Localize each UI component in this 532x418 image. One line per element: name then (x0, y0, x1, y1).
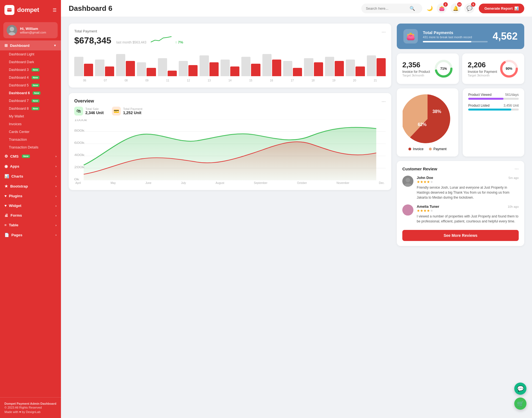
chevron-right-icon: › (55, 184, 57, 188)
total-sale-value: 2,346 Unit (85, 111, 104, 115)
overview-more-button[interactable]: ··· (382, 99, 386, 104)
bar-group (346, 60, 365, 76)
svg-point-22 (404, 183, 411, 187)
bar-group (221, 60, 239, 76)
bar-gray (74, 57, 83, 76)
bar-red (251, 64, 260, 76)
cart-icon: 🛒 (517, 400, 524, 407)
bar-gray (221, 60, 230, 76)
invoice-row: 2,356 Invoice for Product Target 3k/mont… (397, 53, 524, 84)
sidebar-item-dashboard-light[interactable]: Dashboard Light (0, 50, 61, 58)
hamburger-menu[interactable]: ☰ (53, 7, 57, 13)
svg-text:600k: 600k (74, 141, 85, 144)
product-viewed-bar-bg (468, 98, 519, 100)
chart-x-labels: April May June July August September Oct… (74, 181, 386, 184)
svg-text:62%: 62% (418, 122, 427, 127)
logo-text: dompet (17, 6, 39, 14)
search-input[interactable] (366, 6, 407, 11)
reviewer-avatar-2 (402, 204, 413, 216)
footer-copy: © 2023 All Rights Reserved (4, 406, 57, 409)
bar-red (314, 62, 323, 76)
bar-red (293, 68, 302, 76)
sidebar-item-invoices[interactable]: Invoices (0, 120, 61, 128)
svg-text:1000k: 1000k (74, 119, 87, 122)
bar-red (377, 58, 386, 76)
nav-plugins[interactable]: ♥ Plugins › (0, 191, 61, 201)
invoice-product-card: 2,356 Invoice for Product Target 3k/mont… (397, 53, 459, 84)
nav-table[interactable]: ≡ Table › (0, 220, 61, 230)
see-more-reviews-button[interactable]: See More Reviews (402, 230, 519, 241)
pie-legend-payment: Payment (429, 147, 446, 151)
overview-legend: 🛍 Total Sale 2,346 Unit 💳 Total Payment … (74, 107, 386, 116)
generate-report-button[interactable]: Generate Report 📊 (479, 4, 524, 13)
svg-text:0k: 0k (74, 178, 80, 180)
bar-red (272, 60, 281, 76)
sidebar-item-transaction-details[interactable]: Transaction Details (0, 143, 61, 151)
review-more-button[interactable]: ··· (515, 166, 519, 172)
bar-group (95, 60, 114, 76)
user-section: Hi, William william@gmail.com (3, 22, 58, 38)
bar-group (116, 54, 135, 76)
bar-gray (283, 61, 292, 76)
bar-red (126, 61, 135, 76)
area-chart: 0k 200k 400k 600k 800k 1000k (74, 119, 386, 180)
bar-red (335, 61, 344, 76)
cart-float-button[interactable]: 🛒 (514, 398, 526, 410)
sidebar-item-dashboard-5[interactable]: Dashboard 5 New (0, 81, 61, 89)
nav-widget[interactable]: ♥ Widget › (0, 201, 61, 211)
more-options-button[interactable]: ··· (382, 29, 386, 35)
nav-forms[interactable]: 🖨 Forms › (0, 211, 61, 220)
header: Dashboard 6 🔍 🌙 👛 2 🔔 12 💬 5 Generate Re… (61, 0, 532, 17)
sidebar-item-dashboard-dark[interactable]: Dashboard Dark (0, 58, 61, 66)
pie-stats-row: 62% 38% Invoice Payment (397, 88, 524, 157)
legend-total-payment: 💳 Total Payment 1,252 Unit (112, 107, 142, 116)
content-grid: Total Payment $678,345 last month $563,4… (69, 24, 524, 246)
product-viewed-bar-fill (468, 98, 503, 100)
bell-button[interactable]: 🔔 12 (451, 3, 461, 13)
chevron-right-icon: › (55, 194, 57, 198)
sidebar-item-dashboard-7[interactable]: Dashboard 7 New (0, 97, 61, 105)
nav-apps[interactable]: ◉ Apps › (0, 161, 61, 171)
sidebar-item-dashboard-3[interactable]: Dashboard 3 New (0, 66, 61, 74)
svg-text:800k: 800k (74, 129, 85, 132)
sidebar-item-transaction[interactable]: Transaction (0, 136, 61, 143)
total-payment-value: 1,252 Unit (123, 111, 142, 115)
pie-chart-svg: 62% 38% (403, 94, 452, 144)
badge-new: New (32, 68, 40, 71)
wallet-button[interactable]: 👛 2 (437, 3, 447, 13)
nav-pages[interactable]: 📄 Pages › (0, 230, 61, 240)
svg-point-21 (406, 178, 410, 182)
bar-gray (367, 55, 376, 76)
bar-group (367, 55, 386, 76)
invoice-payment-card: 2,206 Invoice for Payment Target 3k/mont… (462, 53, 524, 84)
bar-gray (158, 58, 167, 76)
nav-cms[interactable]: ⚙ CMS New › (0, 151, 61, 161)
user-email: william@gmail.com (20, 31, 46, 34)
tp-progress-bar (423, 41, 488, 42)
sidebar-item-dashboard-6[interactable]: Dashboard 6 New (0, 89, 61, 97)
sidebar-item-dashboard-8[interactable]: Dashboard 8 New (0, 105, 61, 112)
svg-text:38%: 38% (433, 109, 441, 114)
bar-group (74, 57, 93, 76)
message-button[interactable]: 💬 5 (464, 3, 474, 13)
search-bar[interactable]: 🔍 (361, 4, 422, 13)
sidebar-item-my-wallet[interactable]: My Wallet (0, 112, 61, 120)
header-icons: 🌙 👛 2 🔔 12 💬 5 (427, 3, 474, 13)
dark-mode-icon[interactable]: 🌙 (427, 5, 433, 11)
sidebar-item-dashboard-4[interactable]: Dashboard 4 New (0, 74, 61, 81)
overview-title: Overview (74, 99, 94, 104)
bar-group (200, 55, 218, 76)
nav-bootstrap[interactable]: ★ Bootstrap › (0, 181, 61, 191)
nav-charts[interactable]: 📊 Charts › (0, 171, 61, 181)
total-payments-blue-card: 👛 Total Payments 431 more to break last … (397, 24, 524, 49)
nav-dashboard-group[interactable]: ⊞ Dashboard ▼ (0, 40, 61, 50)
cms-icon: ⚙ (4, 154, 8, 158)
bar-red (230, 66, 239, 76)
sidebar-item-cards-center[interactable]: Cards Center (0, 128, 61, 136)
bar-group (325, 57, 344, 76)
sidebar-footer: Dompet Payment Admin Dashboard © 2023 Al… (0, 397, 61, 418)
bar-red (168, 71, 177, 76)
support-float-button[interactable]: 💬 (514, 383, 526, 395)
donut-product-label: 71% (440, 67, 447, 71)
bar-group (158, 58, 177, 76)
